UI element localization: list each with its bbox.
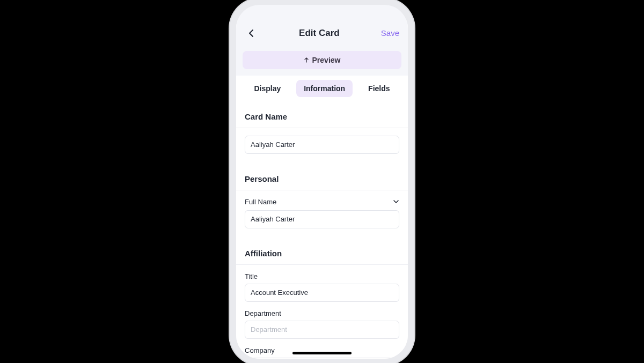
phone-frame: Edit Card Save Preview Display Informati…	[236, 5, 408, 359]
card-name-input[interactable]	[245, 136, 399, 154]
content-scroll[interactable]: Card Name Personal Full Name Affiliatio	[236, 102, 408, 359]
tab-fields[interactable]: Fields	[361, 80, 397, 97]
home-indicator	[292, 352, 352, 354]
preview-button[interactable]: Preview	[243, 51, 401, 69]
back-button[interactable]	[245, 27, 258, 40]
section-heading-card-name: Card Name	[236, 102, 408, 128]
full-name-expand-row[interactable]: Full Name	[245, 198, 399, 206]
card-name-field-block	[245, 136, 399, 154]
preview-label: Preview	[312, 56, 341, 64]
full-name-label: Full Name	[245, 198, 276, 206]
tab-display[interactable]: Display	[246, 80, 288, 97]
department-field-block: Department	[245, 309, 399, 339]
full-name-field-block: Full Name	[245, 198, 399, 228]
page-title: Edit Card	[299, 28, 340, 39]
topbar: Edit Card Save	[236, 20, 408, 47]
section-body-card-name	[236, 128, 408, 165]
company-input[interactable]	[245, 358, 399, 359]
arrow-up-icon	[304, 57, 309, 63]
full-name-input[interactable]	[245, 210, 399, 228]
chevron-down-icon	[393, 199, 399, 204]
section-body-affiliation: Title Department Company Headline	[236, 265, 408, 359]
tab-information[interactable]: Information	[296, 80, 353, 97]
department-label: Department	[245, 309, 399, 317]
department-input[interactable]	[245, 321, 399, 339]
section-heading-personal: Personal	[236, 165, 408, 190]
save-button[interactable]: Save	[381, 28, 399, 38]
title-label: Title	[245, 272, 399, 280]
screen: Edit Card Save Preview Display Informati…	[236, 20, 408, 359]
section-body-personal: Full Name	[236, 190, 408, 239]
tabs: Display Information Fields	[236, 76, 408, 102]
preview-wrap: Preview	[236, 47, 408, 76]
chevron-left-icon	[248, 29, 254, 38]
title-input[interactable]	[245, 284, 399, 302]
title-field-block: Title	[245, 272, 399, 302]
section-heading-affiliation: Affiliation	[236, 239, 408, 265]
